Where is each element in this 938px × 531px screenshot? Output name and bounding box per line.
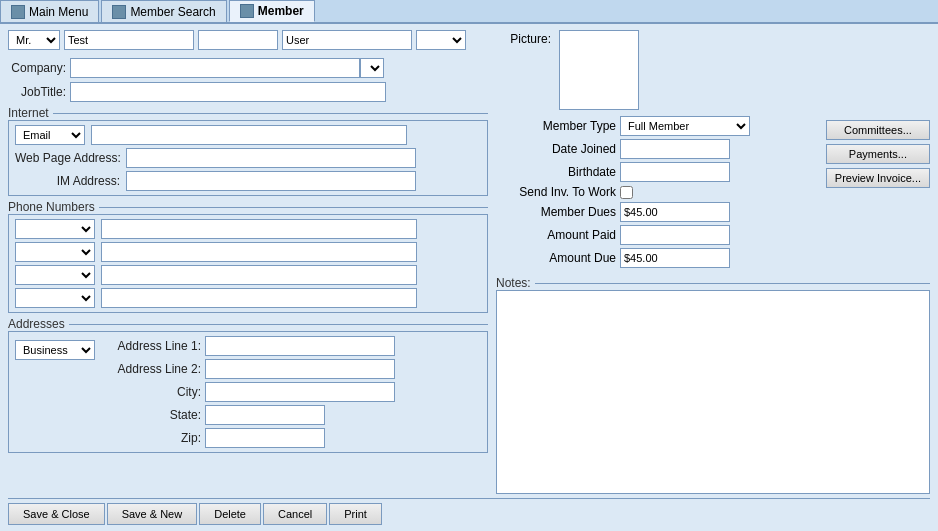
middle-name-input[interactable] [198, 30, 278, 50]
left-panel: Mr.Mrs.Ms.Dr. Jr.Sr. Company: ▾ JobTitle… [8, 30, 488, 494]
bottom-bar: Save & Close Save & New Delete Cancel Pr… [8, 498, 930, 525]
date-joined-input[interactable] [620, 139, 730, 159]
tab-member[interactable]: Member [229, 0, 315, 22]
addr-line1-input[interactable] [205, 336, 395, 356]
city-input[interactable] [205, 382, 395, 402]
company-label: Company: [8, 61, 66, 75]
phone-row-4: HomeWorkCellFax [15, 288, 481, 308]
phone-input-2[interactable] [101, 242, 417, 262]
save-close-button[interactable]: Save & Close [8, 503, 105, 525]
phone-type-4[interactable]: HomeWorkCellFax [15, 288, 95, 308]
zip-label: Zip: [101, 431, 201, 445]
tab-bar: Main Menu Member Search Member [0, 0, 938, 24]
name-row: Mr.Mrs.Ms.Dr. Jr.Sr. [8, 30, 488, 50]
address-section: Addresses BusinessHomeOther Address Line… [8, 317, 488, 453]
im-label: IM Address: [15, 174, 120, 188]
amount-due-input[interactable] [620, 248, 730, 268]
im-row: IM Address: [15, 171, 481, 191]
contact-value-input[interactable] [91, 125, 407, 145]
jobtitle-label: JobTitle: [8, 85, 66, 99]
phone-row-2: HomeWorkCellFax [15, 242, 481, 262]
zip-row: Zip: [101, 428, 481, 448]
cancel-button[interactable]: Cancel [263, 503, 327, 525]
amount-paid-input[interactable] [620, 225, 730, 245]
send-inv-label: Send Inv. To Work [496, 185, 616, 199]
payments-button[interactable]: Payments... [826, 144, 930, 164]
addr-line2-input[interactable] [205, 359, 395, 379]
phone-section-title: Phone Numbers [8, 200, 488, 214]
phone-section: Phone Numbers HomeWorkCellFax HomeWorkCe… [8, 200, 488, 313]
delete-button[interactable]: Delete [199, 503, 261, 525]
amount-paid-label: Amount Paid [496, 228, 616, 242]
send-inv-row: Send Inv. To Work [496, 185, 814, 199]
webpage-label: Web Page Address: [15, 151, 120, 165]
addr-line1-row: Address Line 1: [101, 336, 481, 356]
member-icon [240, 4, 254, 18]
preview-invoice-button[interactable]: Preview Invoice... [826, 168, 930, 188]
amount-due-label: Amount Due [496, 251, 616, 265]
picture-box [559, 30, 639, 110]
addr-line2-label: Address Line 2: [101, 362, 201, 376]
amount-paid-row: Amount Paid [496, 225, 814, 245]
member-dues-input[interactable] [620, 202, 730, 222]
tab-member-search[interactable]: Member Search [101, 0, 226, 22]
main-menu-icon [11, 5, 25, 19]
date-joined-row: Date Joined [496, 139, 814, 159]
phone-type-1[interactable]: HomeWorkCellFax [15, 219, 95, 239]
birthdate-label: Birthdate [496, 165, 616, 179]
save-new-button[interactable]: Save & New [107, 503, 198, 525]
last-name-input[interactable] [282, 30, 412, 50]
addr-line2-row: Address Line 2: [101, 359, 481, 379]
right-panel: Picture: Member Type Full MemberAssociat… [496, 30, 930, 494]
address-type-select[interactable]: BusinessHomeOther [15, 340, 95, 360]
zip-input[interactable] [205, 428, 325, 448]
phone-row-1: HomeWorkCellFax [15, 219, 481, 239]
jobtitle-row: JobTitle: [8, 82, 488, 102]
member-type-row: Member Type Full MemberAssociate MemberH… [496, 116, 814, 136]
tab-main-menu-label: Main Menu [29, 5, 88, 19]
member-type-label: Member Type [496, 119, 616, 133]
internet-section-title: Internet [8, 106, 488, 120]
city-label: City: [101, 385, 201, 399]
jobtitle-input[interactable] [70, 82, 386, 102]
main-content: Mr.Mrs.Ms.Dr. Jr.Sr. Company: ▾ JobTitle… [0, 24, 938, 531]
notes-section-title: Notes: [496, 276, 930, 290]
suffix-select[interactable]: Jr.Sr. [416, 30, 466, 50]
birthdate-row: Birthdate [496, 162, 814, 182]
im-input[interactable] [126, 171, 416, 191]
phone-input-3[interactable] [101, 265, 417, 285]
member-fields: Member Type Full MemberAssociate MemberH… [496, 116, 814, 268]
print-button[interactable]: Print [329, 503, 382, 525]
state-input[interactable] [205, 405, 325, 425]
contact-type-select[interactable]: EmailPhoneFax [15, 125, 85, 145]
action-buttons: Committees... Payments... Preview Invoic… [826, 120, 930, 188]
addr-line1-label: Address Line 1: [101, 339, 201, 353]
phone-row-3: HomeWorkCellFax [15, 265, 481, 285]
webpage-input[interactable] [126, 148, 416, 168]
phone-type-2[interactable]: HomeWorkCellFax [15, 242, 95, 262]
city-row: City: [101, 382, 481, 402]
committees-button[interactable]: Committees... [826, 120, 930, 140]
state-label: State: [101, 408, 201, 422]
address-section-title: Addresses [8, 317, 488, 331]
state-row: State: [101, 405, 481, 425]
company-input[interactable] [70, 58, 360, 78]
date-joined-label: Date Joined [496, 142, 616, 156]
phone-input-4[interactable] [101, 288, 417, 308]
company-row: Company: ▾ [8, 58, 488, 78]
notes-textarea[interactable] [496, 290, 930, 494]
tab-member-search-label: Member Search [130, 5, 215, 19]
member-search-icon [112, 5, 126, 19]
notes-section: Notes: [496, 276, 930, 494]
birthdate-input[interactable] [620, 162, 730, 182]
company-type-select[interactable]: ▾ [360, 58, 384, 78]
salutation-select[interactable]: Mr.Mrs.Ms.Dr. [8, 30, 60, 50]
internet-section: Internet EmailPhoneFax Web Page Address: [8, 106, 488, 196]
amount-due-row: Amount Due [496, 248, 814, 268]
member-type-select[interactable]: Full MemberAssociate MemberHonorary Memb… [620, 116, 750, 136]
phone-input-1[interactable] [101, 219, 417, 239]
tab-main-menu[interactable]: Main Menu [0, 0, 99, 22]
send-inv-checkbox[interactable] [620, 186, 633, 199]
phone-type-3[interactable]: HomeWorkCellFax [15, 265, 95, 285]
first-name-input[interactable] [64, 30, 194, 50]
